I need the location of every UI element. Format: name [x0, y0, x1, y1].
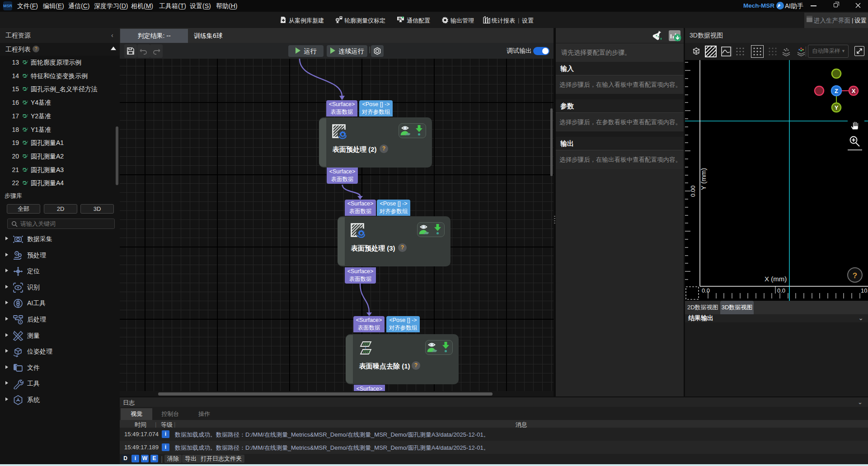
svg-text:0.0: 0.0 [777, 287, 785, 294]
svg-text:Y: Y [835, 104, 839, 111]
svg-text:?: ? [853, 271, 857, 280]
svg-text:Y (mm): Y (mm) [699, 168, 707, 190]
svg-text:0.00: 0.00 [690, 186, 696, 197]
svg-text:X: X [852, 88, 856, 94]
svg-text:0.0: 0.0 [702, 287, 710, 294]
svg-text:10.: 10. [861, 287, 868, 294]
svg-text:X (mm): X (mm) [765, 275, 787, 283]
svg-text:Z: Z [835, 88, 838, 94]
